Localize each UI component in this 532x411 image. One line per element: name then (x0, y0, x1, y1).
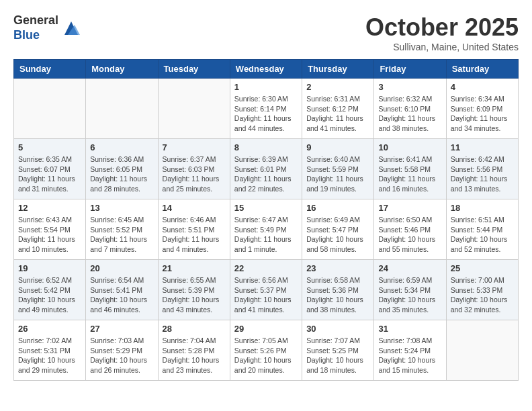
calendar-cell: 23Sunrise: 6:58 AM Sunset: 5:36 PM Dayli… (302, 260, 374, 320)
day-number: 6 (90, 142, 153, 152)
calendar-cell: 9Sunrise: 6:40 AM Sunset: 5:59 PM Daylig… (302, 139, 374, 199)
day-number: 22 (234, 263, 298, 273)
calendar-cell: 25Sunrise: 7:00 AM Sunset: 5:33 PM Dayli… (446, 260, 518, 320)
day-number: 3 (378, 82, 441, 92)
calendar-cell: 4Sunrise: 6:34 AM Sunset: 6:09 PM Daylig… (446, 79, 518, 139)
day-number: 16 (306, 203, 369, 213)
calendar-cell (86, 79, 158, 139)
calendar-cell: 14Sunrise: 6:46 AM Sunset: 5:51 PM Dayli… (158, 199, 230, 260)
calendar-cell: 24Sunrise: 6:59 AM Sunset: 5:34 PM Dayli… (374, 260, 446, 320)
logo-general: General (13, 13, 58, 28)
day-number: 2 (306, 82, 369, 92)
day-info: Sunrise: 6:42 AM Sunset: 5:56 PM Dayligh… (451, 154, 514, 194)
day-number: 7 (163, 142, 226, 152)
day-number: 28 (163, 324, 226, 334)
day-info: Sunrise: 7:02 AM Sunset: 5:31 PM Dayligh… (18, 336, 81, 375)
location-subtitle: Sullivan, Maine, United States (365, 42, 519, 52)
calendar-week-row: 26Sunrise: 7:02 AM Sunset: 5:31 PM Dayli… (14, 320, 519, 381)
page-header: General Blue October 2025 Sullivan, Main… (13, 13, 519, 52)
calendar-week-row: 5Sunrise: 6:35 AM Sunset: 6:07 PM Daylig… (14, 139, 519, 199)
calendar-cell: 6Sunrise: 6:36 AM Sunset: 6:05 PM Daylig… (86, 139, 158, 199)
day-number: 26 (18, 324, 81, 334)
day-number: 8 (234, 142, 298, 152)
calendar-cell: 8Sunrise: 6:39 AM Sunset: 6:01 PM Daylig… (230, 139, 302, 199)
calendar-cell: 30Sunrise: 7:07 AM Sunset: 5:25 PM Dayli… (302, 320, 374, 381)
calendar-cell: 19Sunrise: 6:52 AM Sunset: 5:42 PM Dayli… (14, 260, 86, 320)
day-info: Sunrise: 6:35 AM Sunset: 6:07 PM Dayligh… (18, 154, 81, 194)
day-number: 17 (378, 203, 441, 213)
weekday-header-friday: Friday (374, 60, 446, 79)
day-info: Sunrise: 7:07 AM Sunset: 5:25 PM Dayligh… (306, 336, 369, 375)
day-info: Sunrise: 6:51 AM Sunset: 5:44 PM Dayligh… (451, 215, 514, 255)
day-info: Sunrise: 7:03 AM Sunset: 5:29 PM Dayligh… (90, 336, 153, 375)
month-title: October 2025 (365, 13, 519, 42)
calendar-cell (14, 79, 86, 139)
calendar-cell: 10Sunrise: 6:41 AM Sunset: 5:58 PM Dayli… (374, 139, 446, 199)
day-number: 9 (306, 142, 369, 152)
calendar-cell: 11Sunrise: 6:42 AM Sunset: 5:56 PM Dayli… (446, 139, 518, 199)
day-info: Sunrise: 6:45 AM Sunset: 5:52 PM Dayligh… (90, 215, 153, 255)
calendar-cell: 2Sunrise: 6:31 AM Sunset: 6:12 PM Daylig… (302, 79, 374, 139)
logo-blue: Blue (13, 28, 58, 43)
weekday-header-tuesday: Tuesday (158, 60, 230, 79)
day-number: 13 (90, 203, 153, 213)
calendar-cell: 12Sunrise: 6:43 AM Sunset: 5:54 PM Dayli… (14, 199, 86, 260)
day-info: Sunrise: 6:32 AM Sunset: 6:10 PM Dayligh… (378, 94, 441, 134)
day-info: Sunrise: 6:37 AM Sunset: 6:03 PM Dayligh… (163, 154, 226, 194)
calendar-week-row: 19Sunrise: 6:52 AM Sunset: 5:42 PM Dayli… (14, 260, 519, 320)
calendar-cell: 5Sunrise: 6:35 AM Sunset: 6:07 PM Daylig… (14, 139, 86, 199)
day-info: Sunrise: 7:04 AM Sunset: 5:28 PM Dayligh… (163, 336, 226, 375)
calendar-cell: 22Sunrise: 6:56 AM Sunset: 5:37 PM Dayli… (230, 260, 302, 320)
day-info: Sunrise: 6:39 AM Sunset: 6:01 PM Dayligh… (234, 154, 298, 194)
calendar-table: SundayMondayTuesdayWednesdayThursdayFrid… (13, 59, 519, 381)
weekday-header-wednesday: Wednesday (230, 60, 302, 79)
day-number: 5 (18, 142, 81, 152)
calendar-cell: 31Sunrise: 7:08 AM Sunset: 5:24 PM Dayli… (374, 320, 446, 381)
day-number: 4 (451, 82, 514, 92)
logo: General Blue (13, 13, 81, 42)
day-info: Sunrise: 6:30 AM Sunset: 6:14 PM Dayligh… (234, 94, 298, 134)
logo-text: General Blue (13, 13, 58, 42)
day-info: Sunrise: 6:41 AM Sunset: 5:58 PM Dayligh… (378, 154, 441, 194)
weekday-header-sunday: Sunday (14, 60, 86, 79)
calendar-cell: 20Sunrise: 6:54 AM Sunset: 5:41 PM Dayli… (86, 260, 158, 320)
calendar-cell (446, 320, 518, 381)
day-info: Sunrise: 6:54 AM Sunset: 5:41 PM Dayligh… (90, 275, 153, 315)
day-number: 19 (18, 263, 81, 273)
calendar-cell: 13Sunrise: 6:45 AM Sunset: 5:52 PM Dayli… (86, 199, 158, 260)
day-number: 14 (163, 203, 226, 213)
calendar-cell: 27Sunrise: 7:03 AM Sunset: 5:29 PM Dayli… (86, 320, 158, 381)
day-info: Sunrise: 6:49 AM Sunset: 5:47 PM Dayligh… (306, 215, 369, 255)
calendar-cell: 15Sunrise: 6:47 AM Sunset: 5:49 PM Dayli… (230, 199, 302, 260)
day-number: 23 (306, 263, 369, 273)
day-number: 18 (451, 203, 514, 213)
calendar-cell: 28Sunrise: 7:04 AM Sunset: 5:28 PM Dayli… (158, 320, 230, 381)
day-info: Sunrise: 6:46 AM Sunset: 5:51 PM Dayligh… (163, 215, 226, 255)
calendar-cell: 3Sunrise: 6:32 AM Sunset: 6:10 PM Daylig… (374, 79, 446, 139)
day-info: Sunrise: 6:34 AM Sunset: 6:09 PM Dayligh… (451, 94, 514, 134)
day-info: Sunrise: 7:00 AM Sunset: 5:33 PM Dayligh… (451, 275, 514, 315)
calendar-cell: 1Sunrise: 6:30 AM Sunset: 6:14 PM Daylig… (230, 79, 302, 139)
day-info: Sunrise: 6:43 AM Sunset: 5:54 PM Dayligh… (18, 215, 81, 255)
calendar-cell: 26Sunrise: 7:02 AM Sunset: 5:31 PM Dayli… (14, 320, 86, 381)
day-info: Sunrise: 6:40 AM Sunset: 5:59 PM Dayligh… (306, 154, 369, 194)
day-info: Sunrise: 7:05 AM Sunset: 5:26 PM Dayligh… (234, 336, 298, 375)
day-number: 1 (234, 82, 298, 92)
weekday-header-thursday: Thursday (302, 60, 374, 79)
calendar-cell: 21Sunrise: 6:55 AM Sunset: 5:39 PM Dayli… (158, 260, 230, 320)
calendar-week-row: 12Sunrise: 6:43 AM Sunset: 5:54 PM Dayli… (14, 199, 519, 260)
day-number: 27 (90, 324, 153, 334)
day-info: Sunrise: 6:56 AM Sunset: 5:37 PM Dayligh… (234, 275, 298, 315)
day-info: Sunrise: 6:50 AM Sunset: 5:46 PM Dayligh… (378, 215, 441, 255)
day-info: Sunrise: 6:52 AM Sunset: 5:42 PM Dayligh… (18, 275, 81, 315)
day-info: Sunrise: 6:55 AM Sunset: 5:39 PM Dayligh… (163, 275, 226, 315)
day-number: 31 (378, 324, 441, 334)
day-number: 20 (90, 263, 153, 273)
title-area: October 2025 Sullivan, Maine, United Sta… (365, 13, 519, 52)
day-number: 15 (234, 203, 298, 213)
day-number: 25 (451, 263, 514, 273)
logo-icon (61, 18, 81, 38)
day-number: 29 (234, 324, 298, 334)
calendar-cell: 16Sunrise: 6:49 AM Sunset: 5:47 PM Dayli… (302, 199, 374, 260)
calendar-cell: 17Sunrise: 6:50 AM Sunset: 5:46 PM Dayli… (374, 199, 446, 260)
